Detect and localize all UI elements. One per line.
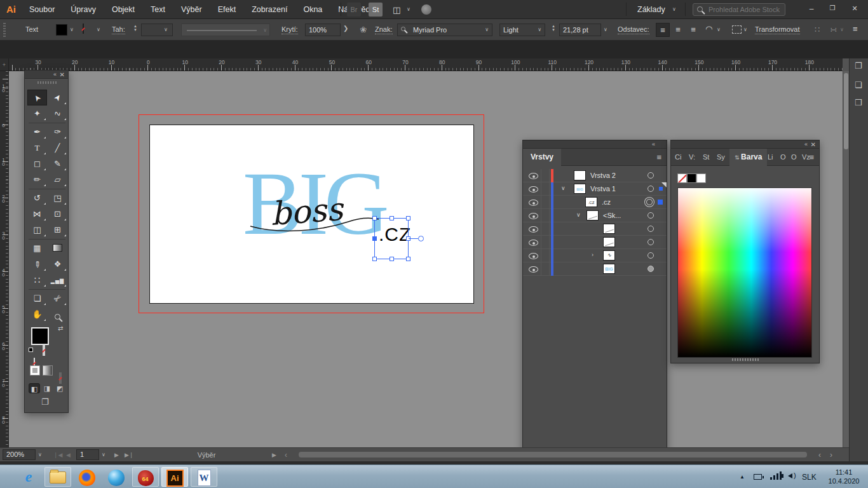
visibility-eye-icon[interactable] xyxy=(529,213,538,219)
cycle-mode-icon[interactable]: ⇅ xyxy=(735,154,741,161)
font-family-field[interactable]: Myriad Pro ∨ xyxy=(397,24,492,36)
mesh-tool[interactable]: ▦ xyxy=(27,240,47,256)
taskbar-irfanview-button[interactable]: 64 xyxy=(132,467,159,487)
white-swatch[interactable] xyxy=(696,173,706,183)
eyedropper-tool[interactable]: ✐ xyxy=(27,256,47,272)
visibility-eye-icon[interactable] xyxy=(529,173,538,179)
tab-truncated-3[interactable]: St xyxy=(703,149,709,166)
line-tool[interactable]: ╱ xyxy=(48,140,67,156)
chevron-down-icon[interactable]: ∨ xyxy=(538,27,541,32)
color-header[interactable]: « ✕ xyxy=(671,140,819,149)
panel-grip[interactable] xyxy=(3,23,6,37)
chevron-down-icon[interactable]: ∨ xyxy=(97,27,100,32)
selection-handle[interactable] xyxy=(390,257,394,261)
zoom-tool[interactable] xyxy=(48,306,67,322)
panel-menu-icon[interactable]: ≡ xyxy=(853,24,858,34)
align-left-icon[interactable]: ≡ xyxy=(656,23,670,37)
visibility-eye-icon[interactable] xyxy=(529,200,538,206)
toolbox-header[interactable]: « ✕ xyxy=(25,71,68,79)
target-circle[interactable] xyxy=(648,212,654,219)
menu-upravy[interactable]: Úpravy xyxy=(71,0,96,19)
workspace-menu[interactable]: Základy xyxy=(637,0,665,19)
target-circle[interactable] xyxy=(648,172,654,179)
collapse-icon[interactable]: « xyxy=(652,140,655,149)
rotate-handle[interactable] xyxy=(418,236,424,241)
target-circle-appearance[interactable] xyxy=(648,266,654,272)
chevron-down-icon[interactable]: ∨ xyxy=(102,452,105,458)
chevron-down-icon[interactable]: ∨ xyxy=(672,7,676,12)
artboard-tool[interactable]: ❏ xyxy=(27,290,47,306)
align-right-icon[interactable]: ≡ xyxy=(686,23,700,37)
clock[interactable]: 11:41 10.4.2020 xyxy=(824,468,864,485)
dock-expand-icon[interactable]: ❐ xyxy=(855,61,862,71)
taskbar-firefox-button[interactable] xyxy=(74,467,100,487)
tray-expand-icon[interactable]: ▲ xyxy=(740,474,745,480)
layer-thumbnail[interactable] xyxy=(603,224,615,234)
artboard-number-field[interactable]: 1 xyxy=(76,449,99,460)
stock-search-box[interactable] xyxy=(693,3,785,16)
black-swatch[interactable] xyxy=(687,173,696,183)
layer-thumbnail[interactable]: .CZ xyxy=(585,197,597,207)
taskbar-browser-button[interactable] xyxy=(103,467,130,487)
magic-wand-tool[interactable]: ✦ xyxy=(27,105,47,121)
curvature-tool[interactable]: ✑ xyxy=(48,124,67,140)
layer-thumbnail[interactable]: BIG xyxy=(603,264,615,274)
layer-name[interactable]: Vrstva 2 xyxy=(590,172,616,179)
visibility-eye-icon[interactable] xyxy=(529,240,538,246)
fill-color-swatch[interactable] xyxy=(56,24,67,36)
bounding-box-icon[interactable] xyxy=(732,25,742,34)
paintbrush-tool[interactable]: ✎ xyxy=(48,156,67,172)
vertical-ruler[interactable]: 1001020304050607080 xyxy=(0,71,9,447)
ruler-origin-corner[interactable]: + xyxy=(0,58,9,71)
tab-vrstvy[interactable]: Vrstvy xyxy=(523,149,561,166)
target-circle-targeted[interactable] xyxy=(646,199,653,205)
selection-handle[interactable] xyxy=(390,216,394,220)
scale-tool[interactable]: ◳ xyxy=(48,190,67,206)
align-center-icon[interactable]: ≡ xyxy=(671,23,685,37)
gradient-tool[interactable] xyxy=(48,240,67,256)
taskbar-ie-button[interactable]: e xyxy=(15,467,42,487)
drag-grip[interactable] xyxy=(37,81,57,84)
chevron-down-icon[interactable]: ∨ xyxy=(38,452,42,458)
target-circle[interactable] xyxy=(648,186,654,192)
network-signal-icon[interactable] xyxy=(770,471,782,480)
pen-tool[interactable]: ✒ xyxy=(27,124,47,140)
none-button[interactable] xyxy=(59,372,62,384)
fill-proxy-swatch[interactable] xyxy=(31,327,49,345)
layer-row-cz[interactable]: .CZ .cz xyxy=(523,196,667,209)
taskbar-word-button[interactable]: W xyxy=(191,467,217,487)
taskbar-explorer-button[interactable] xyxy=(44,467,71,487)
stroke-weight-label[interactable]: Tah: xyxy=(112,25,125,34)
chevron-down-icon[interactable]: ∨ xyxy=(407,7,410,12)
layer-name[interactable]: .cz xyxy=(602,198,611,206)
menu-text[interactable]: Text xyxy=(151,0,165,19)
selection-handle[interactable] xyxy=(406,216,410,220)
transform-link[interactable]: Transformovat xyxy=(755,25,800,34)
tab-truncated-6[interactable]: O xyxy=(780,149,786,166)
collapse-icon[interactable]: « xyxy=(804,140,808,149)
chevron-down-icon[interactable]: ∨ xyxy=(164,27,168,32)
font-style-field[interactable]: Light ∨ xyxy=(499,24,545,36)
draw-behind-mode[interactable]: ◨ xyxy=(41,383,53,393)
chevron-down-icon[interactable]: ∨ xyxy=(485,27,489,32)
font-size-stepper[interactable]: ▲▼ xyxy=(550,25,557,32)
last-artboard-icon[interactable]: ▶❘ xyxy=(125,448,133,462)
column-graph-tool[interactable]: ▂▅▇ xyxy=(48,272,67,288)
paragraph-label[interactable]: Odstavec: xyxy=(618,25,649,34)
direct-selection-tool[interactable]: ➤ xyxy=(48,90,67,105)
rectangle-tool[interactable]: ◻ xyxy=(27,156,47,172)
layer-name[interactable]: <Sk... xyxy=(603,212,621,219)
layer-row-vrstva2[interactable]: Vrstva 2 xyxy=(523,169,667,182)
layer-thumbnail[interactable] xyxy=(603,237,615,247)
expand-chevron-icon[interactable]: › xyxy=(592,252,593,258)
horizontal-scrollbar-thumb[interactable] xyxy=(299,452,807,458)
screen-mode-icon[interactable]: ❐ xyxy=(41,397,49,407)
color-spectrum[interactable] xyxy=(677,187,812,358)
bridge-icon[interactable]: Br xyxy=(347,3,361,17)
symbol-sprayer-tool[interactable]: ∷ xyxy=(27,272,47,288)
recolor-artwork-icon[interactable]: ❀ xyxy=(360,25,367,34)
layer-row-vrstva1[interactable]: ∨ BIG Vrstva 1 xyxy=(523,182,667,196)
opacity-flyout-arrow[interactable]: ❯ xyxy=(343,25,348,32)
dock-panel-icon-2[interactable]: ❒ xyxy=(855,98,862,107)
dock-panel-icon-1[interactable]: ❏ xyxy=(855,80,862,90)
